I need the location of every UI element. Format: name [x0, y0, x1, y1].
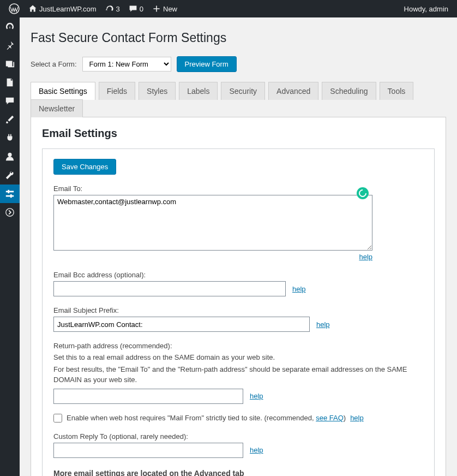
subject-prefix-input[interactable] [53, 317, 310, 332]
mail-from-row: Enable when web host requires "Mail From… [53, 414, 423, 423]
new-label: New [163, 5, 177, 13]
tab-tools[interactable]: Tools [380, 82, 414, 100]
svg-rect-4 [8, 190, 9, 193]
menu-posts[interactable] [0, 36, 20, 55]
tab-labels[interactable]: Labels [179, 82, 218, 100]
menu-users[interactable] [0, 147, 20, 166]
mail-from-close: ) [344, 414, 346, 422]
tab-fields[interactable]: Fields [99, 82, 135, 100]
help-bcc[interactable]: help [292, 285, 306, 293]
comments-icon [5, 96, 15, 106]
wrench-icon [5, 170, 15, 180]
tabs: Basic Settings Fields Styles Labels Secu… [31, 82, 446, 117]
site-name-link[interactable]: JustLearnWP.com [24, 0, 101, 17]
settings-panel: Email Settings Save Changes Email To: We… [31, 117, 446, 476]
user-icon [5, 152, 15, 162]
return-path-desc1: Set this to a real email address on the … [53, 352, 423, 363]
return-path-label: Return-path address (recommended): [53, 342, 423, 350]
select-form-label: Select a Form: [31, 60, 77, 68]
howdy-account[interactable]: Howdy, admin [400, 0, 453, 17]
help-return-path[interactable]: help [250, 392, 263, 400]
faq-link[interactable]: see FAQ [316, 414, 344, 422]
custom-reply-label: Custom Reply To (optional, rarely needed… [53, 432, 423, 441]
admin-toolbar: JustLearnWP.com 3 0 New Howdy, admin [0, 0, 457, 17]
plus-icon [152, 4, 161, 13]
preview-form-button[interactable]: Preview Form [177, 56, 237, 72]
plugin-icon [5, 133, 15, 143]
toolbar-left: JustLearnWP.com 3 0 New [4, 0, 182, 17]
chevron-right-circle-icon [5, 207, 15, 217]
advanced-note: More email settings are located on the A… [53, 469, 423, 477]
comments-count: 0 [140, 5, 143, 13]
main-content: Fast Secure Contact Form Settings Select… [20, 17, 457, 476]
pin-icon [5, 40, 15, 50]
form-select-row: Select a Form: Form 1: New Form Preview … [31, 56, 446, 72]
home-icon [28, 4, 37, 13]
svg-point-6 [6, 209, 14, 216]
admin-sidebar [0, 17, 20, 476]
svg-rect-2 [6, 191, 14, 193]
tab-advanced[interactable]: Advanced [268, 82, 318, 100]
save-changes-top[interactable]: Save Changes [53, 159, 116, 175]
mail-from-label: Enable when web host requires "Mail From… [67, 414, 346, 422]
help-subject-prefix[interactable]: help [316, 320, 330, 329]
brush-icon [5, 115, 15, 124]
settings-box: Save Changes Email To: Webmaster,contact… [42, 148, 435, 476]
media-icon [5, 59, 15, 69]
howdy-text: Howdy, admin [404, 5, 448, 13]
svg-rect-5 [10, 194, 12, 198]
tab-basic-settings[interactable]: Basic Settings [31, 82, 95, 100]
grammarly-icon[interactable] [357, 187, 369, 199]
menu-settings-active[interactable] [0, 185, 20, 203]
bcc-label: Email Bcc address (optional): [53, 271, 423, 279]
menu-comments[interactable] [0, 92, 20, 110]
updates-count: 3 [116, 5, 120, 13]
return-path-desc2: For best results, the "Email To" and the… [53, 364, 423, 385]
svg-rect-3 [6, 195, 14, 197]
tab-scheduling[interactable]: Scheduling [322, 82, 376, 100]
subject-prefix-label: Email Subject Prefix: [53, 306, 423, 314]
section-title: Email Settings [42, 127, 435, 140]
menu-dashboard[interactable] [0, 17, 20, 36]
menu-plugins[interactable] [0, 129, 20, 147]
site-name: JustLearnWP.com [39, 5, 97, 13]
layout: Fast Secure Contact Form Settings Select… [0, 17, 457, 476]
wp-logo-menu[interactable] [4, 0, 24, 17]
page-icon [5, 78, 15, 87]
field-subject-prefix: Email Subject Prefix: help [53, 306, 423, 332]
field-custom-reply: Custom Reply To (optional, rarely needed… [53, 432, 423, 458]
bcc-input[interactable] [53, 281, 286, 296]
return-path-input[interactable] [53, 389, 243, 404]
tab-styles[interactable]: Styles [139, 82, 176, 100]
new-content-link[interactable]: New [148, 0, 182, 17]
help-custom-reply[interactable]: help [250, 446, 263, 454]
menu-tools[interactable] [0, 166, 20, 185]
svg-point-1 [8, 153, 11, 157]
form-picker[interactable]: Form 1: New Form [82, 57, 171, 72]
field-bcc: Email Bcc address (optional): help [53, 271, 423, 296]
email-to-textarea[interactable]: Webmaster,contact@justlearnwp.com [53, 195, 372, 251]
field-return-path: Return-path address (recommended): Set t… [53, 342, 423, 404]
menu-media[interactable] [0, 55, 20, 73]
mail-from-text: Enable when web host requires "Mail From… [67, 414, 316, 422]
help-mail-from[interactable]: help [350, 414, 364, 422]
refresh-icon [105, 4, 114, 13]
page-title: Fast Secure Contact Form Settings [31, 31, 446, 45]
mail-from-checkbox[interactable] [53, 414, 62, 423]
menu-collapse[interactable] [0, 203, 20, 222]
comments-link[interactable]: 0 [124, 0, 148, 17]
tab-newsletter[interactable]: Newsletter [31, 99, 83, 117]
comment-icon [129, 4, 137, 13]
dashboard-icon [5, 22, 15, 32]
wordpress-icon [9, 3, 20, 14]
toolbar-right: Howdy, admin [400, 0, 453, 17]
settings-slider-icon [5, 189, 15, 199]
menu-appearance[interactable] [0, 110, 20, 129]
menu-pages[interactable] [0, 73, 20, 92]
tab-security[interactable]: Security [221, 82, 265, 100]
help-email-to[interactable]: help [359, 253, 372, 261]
updates-link[interactable]: 3 [101, 0, 124, 17]
custom-reply-input[interactable] [53, 443, 243, 458]
